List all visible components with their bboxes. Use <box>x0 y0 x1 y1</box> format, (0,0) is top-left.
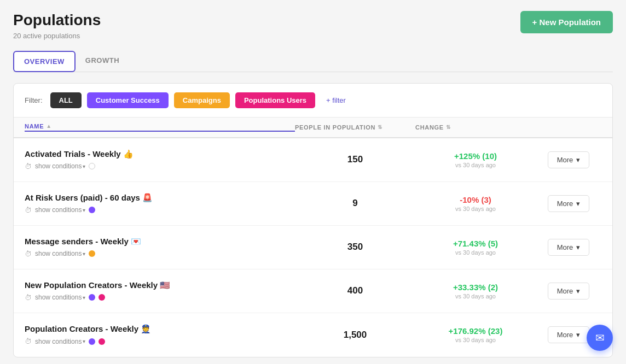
more-label: More <box>557 156 573 164</box>
more-button[interactable]: More ▾ <box>548 195 590 212</box>
page-container: Populations 20 active populations + New … <box>0 0 626 364</box>
change-col: +71.43% (5) vs 30 days ago <box>415 239 536 256</box>
show-conditions-text: show conditions <box>35 293 82 301</box>
more-button[interactable]: More ▾ <box>548 283 590 300</box>
more-label: More <box>557 199 573 208</box>
dot-colored <box>89 294 95 301</box>
more-label: More <box>557 243 573 251</box>
show-conditions-link[interactable]: show conditions ▾ <box>35 162 85 170</box>
th-name: NAME ▲ <box>25 123 295 132</box>
row-title: Population Creators - Weekly 👮 <box>25 324 295 334</box>
new-population-button[interactable]: + New Population <box>520 11 613 33</box>
add-filter-button[interactable]: + filter <box>321 92 351 108</box>
table-row: Population Creators - Weekly 👮 ⏱ show co… <box>14 313 612 357</box>
show-conditions-text: show conditions <box>35 206 82 214</box>
show-conditions-text: show conditions <box>35 338 82 345</box>
show-conditions-text: show conditions <box>35 250 82 257</box>
table-row: At Risk Users (paid) - 60 days 🚨 ⏱ show … <box>14 182 612 226</box>
conditions-clock-icon: ⏱ <box>25 337 32 345</box>
show-conditions-text: show conditions <box>35 162 82 170</box>
sort-icon-change: ⇅ <box>446 124 451 130</box>
dot-colored <box>89 250 95 257</box>
vs-label: vs 30 days ago <box>415 337 536 343</box>
table-body: Activated Trials - Weekly 👍 ⏱ show condi… <box>14 138 612 357</box>
conditions-clock-icon: ⏱ <box>25 162 32 171</box>
row-title: At Risk Users (paid) - 60 days 🚨 <box>25 193 295 203</box>
change-value: -10% (3) <box>415 195 536 204</box>
row-name-col: At Risk Users (paid) - 60 days 🚨 ⏱ show … <box>25 184 295 223</box>
th-people: PEOPLE IN POPULATION ⇅ <box>295 123 415 132</box>
row-conditions: ⏱ show conditions ▾ <box>25 206 295 214</box>
more-button[interactable]: More ▾ <box>548 151 590 168</box>
table-header: NAME ▲ PEOPLE IN POPULATION ⇅ CHANGE ⇅ <box>14 118 612 138</box>
people-count: 150 <box>295 154 415 165</box>
filter-all-button[interactable]: ALL <box>50 92 82 108</box>
row-name-col: Population Creators - Weekly 👮 ⏱ show co… <box>25 315 295 354</box>
tabs-row: OVERVIEW GROWTH <box>13 51 613 72</box>
sort-icon-name: ▲ <box>46 123 52 129</box>
dot-colored <box>98 294 105 301</box>
dot-colored <box>89 338 95 345</box>
table-row: Message senders - Weekly 💌 ⏱ show condit… <box>14 226 612 269</box>
show-conditions-link[interactable]: show conditions ▾ <box>35 250 85 257</box>
page-subtitle: 20 active populations <box>13 32 101 40</box>
change-col: +125% (10) vs 30 days ago <box>415 151 536 168</box>
more-col: More ▾ <box>536 195 601 212</box>
filter-customer-success-button[interactable]: Customer Success <box>87 92 169 108</box>
row-title: Activated Trials - Weekly 👍 <box>25 149 295 159</box>
people-count: 350 <box>295 242 415 253</box>
vs-label: vs 30 days ago <box>415 206 536 212</box>
chevron-down-icon: ▾ <box>83 251 85 257</box>
conditions-clock-icon: ⏱ <box>25 293 32 302</box>
filter-campaigns-button[interactable]: Campaigns <box>174 92 230 108</box>
chevron-down-icon: ▾ <box>83 163 85 169</box>
change-value: +125% (10) <box>415 151 536 161</box>
chevron-down-icon: ▾ <box>576 156 580 164</box>
filter-row: Filter: ALL Customer Success Campaigns P… <box>14 84 612 118</box>
fab-email-button[interactable]: ✉ <box>587 325 613 351</box>
dot-colored <box>89 207 95 213</box>
more-col: More ▾ <box>536 283 601 300</box>
people-count: 1,500 <box>295 330 415 340</box>
more-label: More <box>557 287 573 295</box>
main-panel: Filter: ALL Customer Success Campaigns P… <box>13 83 613 357</box>
dot-colored <box>98 338 105 345</box>
th-change: CHANGE ⇅ <box>415 123 536 132</box>
row-conditions: ⏱ show conditions ▾ <box>25 293 295 302</box>
th-actions <box>536 123 601 132</box>
conditions-clock-icon: ⏱ <box>25 250 32 258</box>
more-button[interactable]: More ▾ <box>548 239 590 256</box>
chevron-down-icon: ▾ <box>576 287 580 295</box>
chevron-down-icon: ▾ <box>83 295 85 301</box>
people-count: 400 <box>295 285 415 296</box>
tab-overview[interactable]: OVERVIEW <box>13 51 76 72</box>
change-col: -10% (3) vs 30 days ago <box>415 195 536 212</box>
vs-label: vs 30 days ago <box>415 249 536 256</box>
table-row: New Population Creators - Weekly 🇺🇸 ⏱ sh… <box>14 269 612 313</box>
row-conditions: ⏱ show conditions ▾ <box>25 250 295 258</box>
filter-populations-users-button[interactable]: Populations Users <box>235 92 315 108</box>
more-col: More ▾ <box>536 239 601 256</box>
chevron-down-icon: ▾ <box>83 338 85 344</box>
more-col: More ▾ <box>536 151 601 168</box>
email-icon: ✉ <box>595 331 605 344</box>
more-button[interactable]: More ▾ <box>548 326 590 343</box>
row-name-col: New Population Creators - Weekly 🇺🇸 ⏱ sh… <box>25 272 295 310</box>
show-conditions-link[interactable]: show conditions ▾ <box>35 293 85 301</box>
people-count: 9 <box>295 198 415 209</box>
filter-label: Filter: <box>25 96 43 104</box>
row-title: New Population Creators - Weekly 🇺🇸 <box>25 280 295 290</box>
row-name-col: Activated Trials - Weekly 👍 ⏱ show condi… <box>25 140 295 179</box>
dot-empty <box>89 163 95 169</box>
sort-icon-people: ⇅ <box>378 124 382 130</box>
vs-label: vs 30 days ago <box>415 162 536 168</box>
row-conditions: ⏱ show conditions ▾ <box>25 162 295 171</box>
show-conditions-link[interactable]: show conditions ▾ <box>35 206 85 214</box>
show-conditions-link[interactable]: show conditions ▾ <box>35 338 85 345</box>
change-col: +176.92% (23) vs 30 days ago <box>415 326 536 343</box>
tab-growth[interactable]: GROWTH <box>76 51 129 72</box>
page-header: Populations 20 active populations + New … <box>13 11 613 40</box>
more-label: More <box>557 331 573 339</box>
change-value: +176.92% (23) <box>415 326 536 336</box>
change-value: +33.33% (2) <box>415 283 536 292</box>
